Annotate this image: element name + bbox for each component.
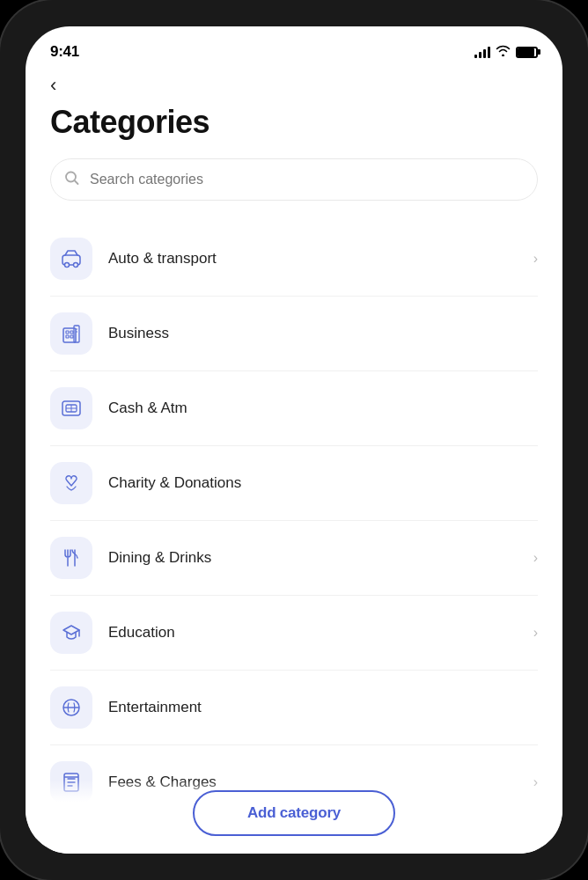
svg-line-1 [75,180,78,184]
category-label-business: Business [108,325,538,342]
chevron-right-icon: › [533,251,538,267]
phone-frame: 9:41 [0,0,588,880]
status-icons [474,45,538,59]
svg-rect-6 [66,331,69,334]
category-label-entertainment: Entertainment [108,699,538,716]
dining-drinks-icon-wrap [50,537,92,579]
category-item-education[interactable]: Education › [50,596,538,671]
entertainment-icon-wrap [50,686,92,729]
back-arrow-icon: ‹ [50,74,56,97]
category-item-dining-drinks[interactable]: Dining & Drinks › [50,521,538,596]
svg-rect-8 [66,335,69,338]
phone-screen: 9:41 [26,26,562,854]
category-item-cash-atm[interactable]: Cash & Atm [50,371,538,446]
chevron-right-icon: › [533,625,538,641]
category-item-entertainment[interactable]: Entertainment [50,671,538,745]
svg-point-3 [65,263,70,268]
category-item-business[interactable]: Business [50,297,538,371]
status-time: 9:41 [50,43,79,61]
search-icon [64,171,79,189]
category-label-charity-donations: Charity & Donations [108,474,538,492]
add-category-bar: Add category [26,780,562,854]
wifi-icon [496,45,511,59]
business-icon-wrap [50,312,92,355]
chevron-right-icon: › [533,550,538,566]
auto-transport-icon-wrap [50,238,92,280]
search-container [50,158,538,201]
category-item-charity-donations[interactable]: Charity & Donations [50,446,538,521]
category-label-education: Education [108,624,533,642]
cash-atm-icon-wrap [50,387,92,429]
category-label-dining-drinks: Dining & Drinks [108,549,533,567]
battery-icon [516,47,538,58]
back-button[interactable]: ‹ [50,74,56,97]
categories-list: Auto & transport › [50,222,538,854]
add-category-button[interactable]: Add category [193,790,395,836]
search-input[interactable] [50,158,538,201]
charity-donations-icon-wrap [50,462,92,504]
education-icon-wrap [50,612,92,654]
svg-rect-7 [70,331,73,334]
category-label-auto-transport: Auto & transport [108,250,533,268]
svg-rect-9 [70,335,73,338]
category-label-cash-atm: Cash & Atm [108,400,538,417]
app-content: ‹ Categories [26,65,562,854]
page-title: Categories [50,104,538,141]
category-item-auto-transport[interactable]: Auto & transport › [50,222,538,297]
signal-bars-icon [474,46,490,58]
svg-point-4 [74,263,78,268]
status-bar: 9:41 [26,26,562,65]
